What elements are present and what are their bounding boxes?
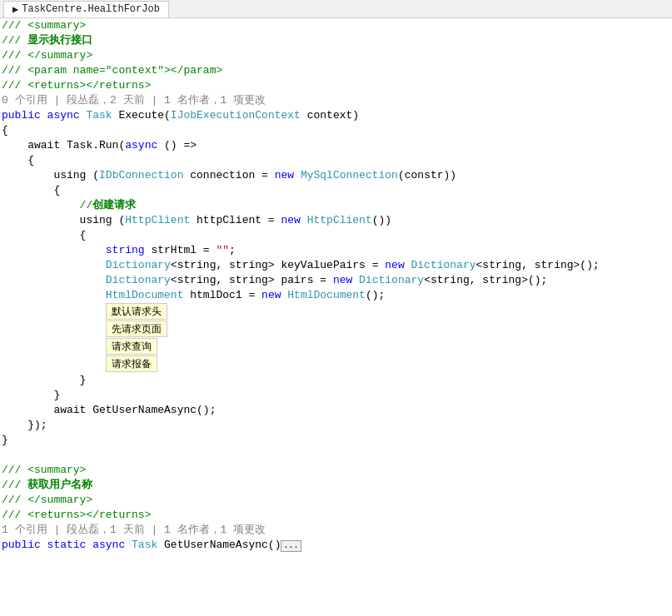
code-token: () => [157,138,197,153]
code-line: public async Task Execute(IJobExecutionC… [0,108,672,123]
code-line: { [0,153,672,168]
code-token: Execute( [112,108,171,123]
code-token: /// <returns></returns> [2,508,151,523]
code-line: Dictionary<string, string> keyValuePairs… [0,258,672,273]
code-token: using ( [2,213,125,228]
code-line: 默认请求头 [0,303,672,320]
code-token: /// [2,478,27,493]
code-line: 1 个引用 | 段丛磊，1 天前 | 1 名作者，1 项更改 [0,523,672,538]
code-token: httpClient = [190,213,281,228]
code-token: string strHtml = ""; [2,243,236,258]
code-line: { [0,228,672,243]
code-line: { [0,183,672,198]
code-token: Dictionary [106,258,171,273]
code-token: }); [2,418,47,433]
code-line: /// 显示执行接口 [0,33,672,48]
code-line: await GetUserNameAsync(); [0,403,672,418]
code-line: using (HttpClient httpClient = new HttpC… [0,213,672,228]
code-token: public [2,538,47,553]
code-token: // [2,198,92,213]
code-token: (); [366,288,385,303]
code-token: ()) [372,213,391,228]
code-line: 0 个引用 | 段丛磊，2 天前 | 1 名作者，1 项更改 [0,93,672,108]
code-line: /// <returns></returns> [0,508,672,523]
code-token: async [92,538,132,553]
tab-item[interactable]: ▶ TaskCentre.HealthForJob [3,1,169,17]
code-token: using ( [2,168,99,183]
code-line: //创建请求 [0,198,672,213]
tab-icon: ▶ [12,3,18,16]
code-token: { [2,123,8,138]
code-line: /// 获取用户名称 [0,478,672,493]
code-line: { [0,123,672,138]
code-line: } [0,388,672,403]
code-token: htmlDoc1 = [183,288,261,303]
code-token: } [2,388,60,403]
code-tooltip: 先请求页面 [106,320,167,337]
code-token: { [2,228,86,243]
code-token [2,288,106,303]
code-line: await Task.Run(async () => [0,138,672,153]
code-token [2,340,106,355]
code-token: /// <summary> [2,463,86,478]
code-editor: /// <summary>/// 显示执行接口/// </summary>///… [0,18,672,616]
code-tooltip: 请求报备 [106,355,157,372]
code-token: GetUserNameAsync() [157,538,281,553]
code-line: string strHtml = ""; [0,243,672,258]
code-token: async [125,138,157,153]
code-token [2,322,106,337]
code-line: /// <summary> [0,18,672,33]
code-token: /// <param name="context"></param> [2,63,222,78]
tab-bar: ▶ TaskCentre.HealthForJob [0,0,672,18]
code-token: IDbConnection [99,168,183,183]
code-token [2,357,106,372]
code-token: 0 个引用 | 段丛磊，2 天前 | 1 名作者，1 项更改 [2,93,266,108]
code-token: new [385,258,411,273]
code-token: /// </summary> [2,48,92,63]
code-token: static [47,538,93,553]
code-line: } [0,433,672,448]
code-token [2,258,106,273]
code-token: /// [2,33,27,48]
code-token: MySqlConnection [301,168,398,183]
code-line: /// </summary> [0,493,672,508]
code-token: <string, string>(); [476,258,600,273]
collapsed-region-button[interactable]: ... [281,540,301,552]
code-line: 请求报备 [0,355,672,373]
code-token: <string, string> pairs = [171,273,333,288]
code-line: public static async Task GetUserNameAsyn… [0,538,672,553]
code-token: Dictionary [106,273,171,288]
code-tooltip: 请求查询 [106,338,157,355]
code-token: <string, string>(); [424,273,547,288]
code-token: <string, string> keyValuePairs = [171,258,385,273]
code-token: /// <summary> [2,18,86,33]
code-token: public [2,108,47,123]
code-token: 显示执行接口 [27,33,92,48]
code-line: }); [0,418,672,433]
code-line: /// <returns></returns> [0,78,672,93]
code-token: { [2,153,34,168]
code-token: new [281,213,306,228]
code-token [2,305,106,320]
code-token: connection = [183,168,274,183]
code-token: IJobExecutionContext [171,108,301,123]
code-line: 请求查询 [0,338,672,355]
code-line [0,448,672,463]
code-line: /// </summary> [0,48,672,63]
code-token: HttpClient [307,213,372,228]
code-line: HtmlDocument htmlDoc1 = new HtmlDocument… [0,288,672,303]
code-token: new [275,168,301,183]
code-token: new [261,288,287,303]
tab-title: TaskCentre.HealthForJob [22,3,160,15]
code-line: /// <param name="context"></param> [0,63,672,78]
code-tooltip: 默认请求头 [106,303,167,320]
code-token: /// </summary> [2,493,92,508]
code-token: await Task.Run( [2,138,125,153]
code-line: using (IDbConnection connection = new My… [0,168,672,183]
code-line: } [0,373,672,388]
code-line: Dictionary<string, string> pairs = new D… [0,273,672,288]
code-token: Task [86,108,112,123]
code-token: Dictionary [359,273,424,288]
code-token: async [47,108,87,123]
code-token: HttpClient [125,213,190,228]
